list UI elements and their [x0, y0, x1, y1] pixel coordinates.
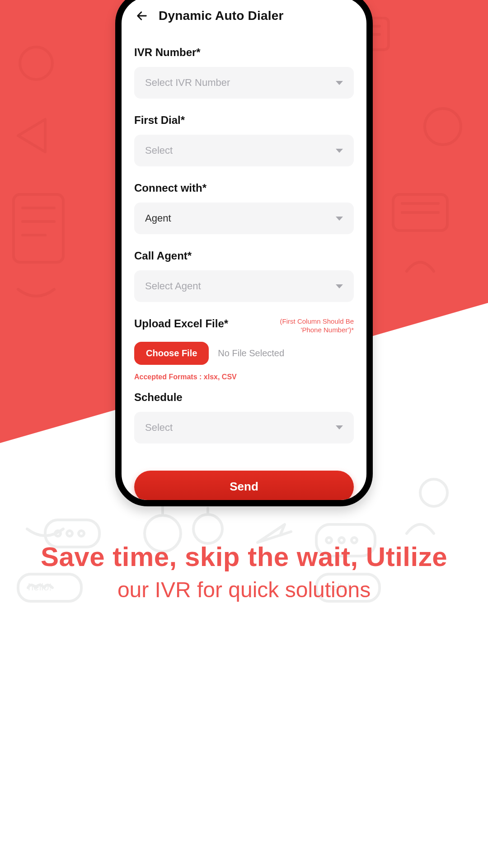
- field-call-agent: Call Agent* Select Agent: [134, 250, 354, 302]
- app-header: Dynamic Auto Dialer: [134, 6, 354, 32]
- choose-file-button[interactable]: Choose File: [134, 342, 209, 365]
- label-ivr-number: IVR Number*: [134, 46, 354, 59]
- chevron-down-icon: [336, 149, 343, 153]
- field-upload: Upload Excel File* (First Column Should …: [134, 317, 354, 381]
- label-connect-with: Connect with*: [134, 182, 354, 194]
- send-button[interactable]: Send: [134, 471, 354, 500]
- select-first-dial[interactable]: Select: [134, 135, 354, 166]
- svg-point-0: [30, 39, 61, 70]
- select-schedule[interactable]: Select: [134, 412, 354, 443]
- caption-line2: our IVR for quick solutions: [13, 577, 475, 602]
- phone-frame: Dynamic Auto Dialer IVR Number* Select I…: [115, 0, 373, 506]
- chevron-down-icon: [336, 217, 343, 221]
- field-ivr-number: IVR Number* Select IVR Number: [134, 46, 354, 99]
- arrow-left-icon: [136, 9, 148, 22]
- select-first-dial-text: Select: [145, 145, 173, 156]
- select-ivr-number-text: Select IVR Number: [145, 77, 230, 89]
- svg-rect-24: [14, 194, 63, 262]
- select-connect-with-text: Agent: [145, 212, 171, 224]
- app-screen: Dynamic Auto Dialer IVR Number* Select I…: [122, 0, 366, 500]
- svg-point-7: [55, 531, 61, 536]
- label-first-dial: First Dial*: [134, 114, 354, 127]
- accepted-formats: Accepted Formats : xlsx, CSV: [134, 373, 354, 381]
- caption-line1: Save time, skip the wait, Utilize: [13, 542, 475, 572]
- svg-point-21: [20, 47, 52, 80]
- svg-rect-3: [389, 235, 443, 271]
- field-connect-with: Connect with* Agent: [134, 182, 354, 234]
- back-button[interactable]: [134, 8, 150, 24]
- svg-point-2: [416, 145, 452, 181]
- label-schedule: Schedule: [134, 391, 354, 404]
- marketing-caption: Save time, skip the wait, Utilize our IV…: [0, 542, 488, 602]
- label-upload: Upload Excel File*: [134, 317, 228, 330]
- upload-hint: (First Column Should Be 'Phone Number')*: [259, 317, 354, 335]
- file-status: No File Selected: [218, 348, 284, 359]
- svg-rect-25: [393, 194, 447, 231]
- select-call-agent[interactable]: Select Agent: [134, 270, 354, 302]
- chevron-down-icon: [336, 81, 343, 85]
- select-ivr-number[interactable]: Select IVR Number: [134, 67, 354, 99]
- svg-point-8: [67, 531, 72, 536]
- chevron-down-icon: [336, 425, 343, 429]
- svg-point-23: [425, 108, 461, 145]
- svg-point-10: [193, 514, 222, 543]
- dialer-form: IVR Number* Select IVR Number First Dial…: [134, 32, 354, 500]
- page-title: Dynamic Auto Dialer: [159, 9, 284, 23]
- svg-point-19: [420, 479, 447, 506]
- select-call-agent-text: Select Agent: [145, 280, 201, 292]
- svg-rect-5: [14, 316, 63, 384]
- svg-point-9: [79, 531, 84, 536]
- field-schedule: Schedule Select: [134, 391, 354, 443]
- select-schedule-text: Select: [145, 422, 173, 434]
- field-first-dial: First Dial* Select: [134, 114, 354, 166]
- label-call-agent: Call Agent*: [134, 250, 354, 262]
- chevron-down-icon: [336, 284, 343, 288]
- select-connect-with[interactable]: Agent: [134, 203, 354, 234]
